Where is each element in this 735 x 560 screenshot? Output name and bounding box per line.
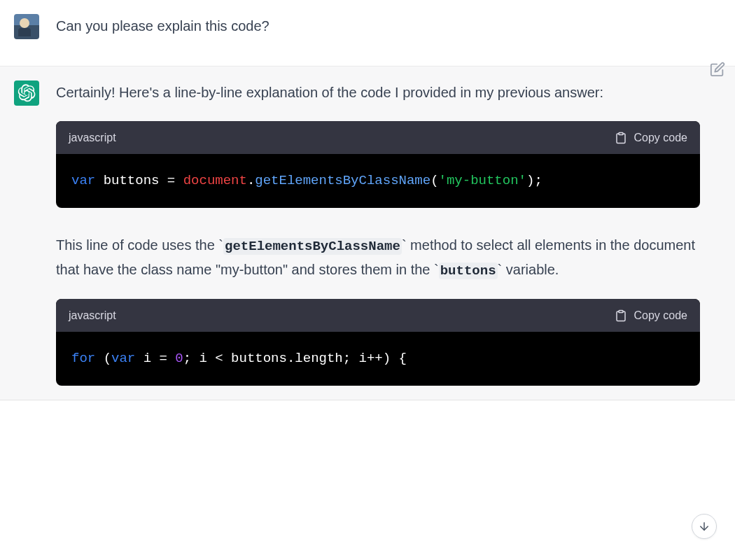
code-token: 0 bbox=[175, 351, 183, 366]
code-token: ) bbox=[526, 173, 534, 188]
code-language-label: javascript bbox=[69, 128, 116, 147]
code-token: i++) bbox=[359, 351, 391, 366]
assistant-message-content: Certainly! Here's a line-by-line explana… bbox=[56, 80, 721, 386]
user-message-text: Can you please explain this code? bbox=[56, 14, 700, 38]
explanation-paragraph: This line of code uses the `getElementsB… bbox=[56, 233, 700, 283]
code-body[interactable]: for (var i = 0; i < buttons.length; i++)… bbox=[56, 332, 700, 386]
code-token: = bbox=[167, 173, 175, 188]
code-token: ; bbox=[183, 351, 191, 366]
code-token: var bbox=[111, 351, 135, 366]
code-language-label: javascript bbox=[69, 306, 116, 325]
code-block-2: javascript Copy code for (var i = 0; i <… bbox=[56, 299, 700, 386]
copy-code-label: Copy code bbox=[634, 128, 688, 147]
code-token: 'my-button' bbox=[439, 173, 526, 188]
code-token: document bbox=[183, 173, 247, 188]
code-token: ( bbox=[104, 351, 111, 366]
user-message-row: Can you please explain this code? bbox=[0, 0, 735, 66]
user-avatar bbox=[14, 14, 39, 39]
code-token: = bbox=[159, 351, 167, 366]
code-header: javascript Copy code bbox=[56, 299, 700, 332]
svg-rect-0 bbox=[619, 132, 623, 134]
explanation-text: variable. bbox=[502, 262, 559, 277]
code-token: . bbox=[247, 173, 255, 188]
code-token: buttons bbox=[104, 173, 160, 188]
copy-code-button[interactable]: Copy code bbox=[615, 306, 688, 325]
assistant-message-row: Certainly! Here's a line-by-line explana… bbox=[0, 66, 735, 400]
scroll-down-button[interactable] bbox=[692, 514, 717, 539]
code-token: { bbox=[399, 351, 407, 366]
openai-logo-icon bbox=[18, 84, 36, 102]
copy-code-label: Copy code bbox=[634, 306, 688, 325]
code-header: javascript Copy code bbox=[56, 121, 700, 154]
code-token: for bbox=[71, 351, 95, 366]
assistant-intro-text: Certainly! Here's a line-by-line explana… bbox=[56, 80, 700, 104]
copy-code-button[interactable]: Copy code bbox=[615, 128, 688, 147]
edit-icon bbox=[710, 62, 725, 77]
svg-rect-1 bbox=[619, 310, 623, 312]
code-token: ( bbox=[430, 173, 438, 188]
code-token: getElementsByClassName bbox=[255, 173, 430, 188]
code-body[interactable]: var buttons = document.getElementsByClas… bbox=[56, 154, 700, 208]
inline-code: getElementsByClassName bbox=[223, 238, 402, 255]
assistant-avatar bbox=[14, 80, 39, 106]
arrow-down-icon bbox=[698, 520, 710, 533]
clipboard-icon bbox=[615, 132, 627, 144]
inline-code: buttons bbox=[439, 262, 498, 279]
code-token: i < buttons.length; bbox=[200, 351, 351, 366]
code-token: var bbox=[71, 173, 95, 188]
user-message-content: Can you please explain this code? bbox=[56, 14, 721, 52]
explanation-text: This line of code uses the bbox=[56, 237, 218, 253]
code-block-1: javascript Copy code var buttons = docum… bbox=[56, 121, 700, 208]
code-token: ; bbox=[534, 173, 542, 188]
clipboard-icon bbox=[615, 309, 627, 322]
code-token: i bbox=[144, 351, 151, 366]
